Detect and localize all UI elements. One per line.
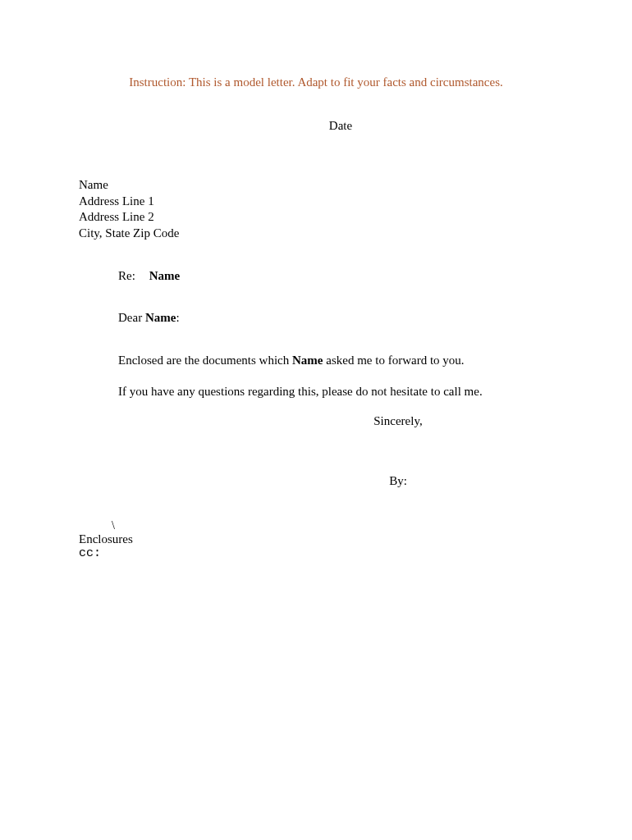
by-line: By: xyxy=(79,474,553,488)
enclosures-label: Enclosures xyxy=(79,532,553,546)
re-value: Name xyxy=(149,269,181,282)
backslash-mark: \ xyxy=(112,519,553,532)
para1-name: Name xyxy=(292,354,323,367)
salutation-prefix: Dear xyxy=(118,311,145,324)
body-paragraph-1: Enclosed are the documents which Name as… xyxy=(118,353,553,369)
address-line-1: Address Line 1 xyxy=(79,194,553,210)
re-line: Re: Name xyxy=(118,269,553,283)
re-label: Re: xyxy=(118,269,146,283)
city-state-zip: City, State Zip Code xyxy=(79,226,553,242)
recipient-name: Name xyxy=(79,177,553,194)
para1-text-1: Enclosed are the documents which xyxy=(118,354,292,367)
salutation-suffix: : xyxy=(176,311,179,324)
body-paragraph-2: If you have any questions regarding this… xyxy=(118,384,553,400)
recipient-address-block: Name Address Line 1 Address Line 2 City,… xyxy=(79,177,553,241)
letter-page: Instruction: This is a model letter. Ada… xyxy=(0,0,632,560)
date-placeholder: Date xyxy=(79,119,553,133)
salutation-name: Name xyxy=(145,311,176,324)
cc-label: cc: xyxy=(79,546,553,560)
closing: Sincerely, xyxy=(79,414,553,428)
salutation: Dear Name: xyxy=(118,311,553,325)
para1-text-2: asked me to forward to you. xyxy=(323,354,465,367)
address-line-2: Address Line 2 xyxy=(79,209,553,226)
instruction-text: Instruction: This is a model letter. Ada… xyxy=(79,75,553,89)
